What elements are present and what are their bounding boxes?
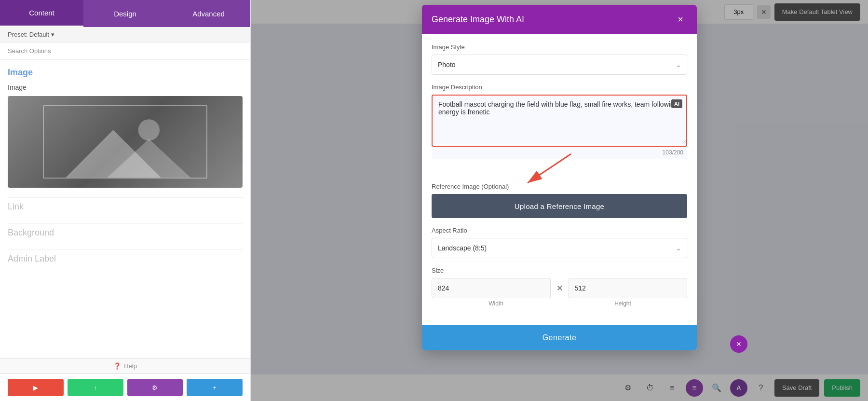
aspect-ratio-group: Aspect Ratio Landscape (8:5) Portrait (5… xyxy=(432,227,687,258)
width-input[interactable] xyxy=(432,278,551,298)
preset-arrow-icon: ▾ xyxy=(51,31,54,38)
footer-green-btn[interactable]: ↑ xyxy=(68,379,123,396)
image-preview xyxy=(8,96,243,188)
height-input[interactable] xyxy=(569,278,688,298)
size-row: ✕ xyxy=(432,278,687,298)
image-style-select[interactable]: Photo Illustration Sketch 3D Render Pain… xyxy=(432,55,687,75)
aspect-ratio-select[interactable]: Landscape (8:5) Portrait (5:8) Square (1… xyxy=(432,238,687,258)
ai-badge: AI xyxy=(671,99,682,108)
preset-label: Preset: Default xyxy=(8,31,49,38)
section-label-image: Image xyxy=(8,83,243,91)
footer-purple-btn[interactable]: ⚙ xyxy=(127,379,183,396)
modal-purple-close[interactable]: ✕ xyxy=(730,335,747,353)
image-style-label: Image Style xyxy=(432,43,687,51)
preset-bar: Preset: Default ▾ xyxy=(0,27,250,42)
footer-blue-btn[interactable]: + xyxy=(187,379,243,396)
width-label: Width xyxy=(433,300,559,307)
size-label: Size xyxy=(432,267,687,274)
search-options[interactable]: Search Options xyxy=(0,42,250,60)
sidebar-tabs: Content Design Advanced xyxy=(0,0,250,27)
modal-body: Image Style Photo Illustration Sketch 3D… xyxy=(422,34,697,325)
image-style-select-wrapper: Photo Illustration Sketch 3D Render Pain… xyxy=(432,55,687,75)
sidebar-link-item[interactable]: Link xyxy=(8,197,243,216)
modal-title: Generate Image With AI xyxy=(432,14,524,25)
mountain-icon xyxy=(44,106,206,178)
tab-content[interactable]: Content xyxy=(0,0,83,27)
textarea-wrapper: Football mascot charging the field with … xyxy=(432,95,687,147)
size-group: Size ✕ Width Height xyxy=(432,267,687,307)
generate-image-modal: Generate Image With AI × Image Style Pho… xyxy=(422,5,697,350)
image-frame xyxy=(43,105,207,179)
aspect-ratio-select-wrapper: Landscape (8:5) Portrait (5:8) Square (1… xyxy=(432,238,687,258)
help-label: Help xyxy=(124,362,137,370)
sidebar-background-item[interactable]: Background xyxy=(8,223,243,242)
modal-close-btn[interactable]: × xyxy=(674,13,687,26)
help-section[interactable]: ❓ Help xyxy=(0,358,250,373)
left-sidebar: Content Design Advanced Preset: Default … xyxy=(0,0,251,401)
size-x-separator: ✕ xyxy=(556,284,563,293)
reference-image-label: Reference Image (Optional) xyxy=(432,183,687,190)
image-description-group: Image Description Football mascot chargi… xyxy=(432,83,687,159)
svg-point-1 xyxy=(138,119,160,140)
upload-reference-image-btn[interactable]: Upload a Reference Image xyxy=(432,194,687,218)
generate-btn[interactable]: Generate xyxy=(422,325,697,350)
aspect-ratio-label: Aspect Ratio xyxy=(432,227,687,234)
help-circle-icon: ❓ xyxy=(113,362,121,370)
tab-design[interactable]: Design xyxy=(83,0,167,27)
modal-footer: Generate xyxy=(422,325,697,350)
tab-advanced[interactable]: Advanced xyxy=(167,0,250,27)
sidebar-footer: ▶ ↑ ⚙ + xyxy=(0,373,250,401)
sidebar-content: Image Image Link Background Admin Label xyxy=(0,60,250,358)
footer-red-btn[interactable]: ▶ xyxy=(8,379,64,396)
reference-image-group: Reference Image (Optional) Upload a Refe… xyxy=(432,183,687,218)
search-options-label: Search Options xyxy=(8,47,51,55)
section-title-image: Image xyxy=(8,68,243,78)
size-labels: Width Height xyxy=(432,300,687,307)
height-label: Height xyxy=(559,300,686,307)
image-description-label: Image Description xyxy=(432,83,687,91)
image-style-group: Image Style Photo Illustration Sketch 3D… xyxy=(432,43,687,75)
textarea-container: Football mascot charging the field with … xyxy=(432,95,687,159)
char-count: 103/200 xyxy=(432,147,687,159)
sidebar-admin-label-item[interactable]: Admin Label xyxy=(8,249,243,268)
modal-overlay: Generate Image With AI × Image Style Pho… xyxy=(251,0,868,401)
image-description-textarea[interactable]: Football mascot charging the field with … xyxy=(433,96,686,144)
modal-header: Generate Image With AI × xyxy=(422,5,697,34)
